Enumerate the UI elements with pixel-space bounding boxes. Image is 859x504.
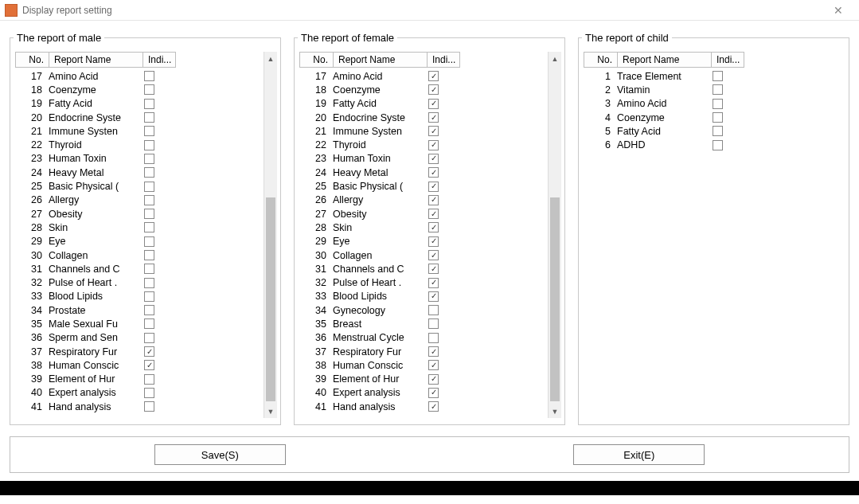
table-row[interactable]: 30Collagen✓ <box>299 248 548 262</box>
exit-button[interactable]: Exit(E) <box>573 444 705 465</box>
indicator-checkbox[interactable] <box>144 264 154 274</box>
save-button[interactable]: Save(S) <box>154 444 286 465</box>
indicator-checkbox[interactable] <box>144 99 154 109</box>
table-row[interactable]: 33Blood Lipids✓ <box>299 290 548 303</box>
indicator-checkbox[interactable] <box>144 250 154 260</box>
table-row[interactable]: 37Respiratory Fur✓ <box>299 345 548 358</box>
scroll-up-icon[interactable]: ▲ <box>264 52 277 65</box>
table-row[interactable]: 35Male Sexual Fu <box>15 317 264 330</box>
table-row[interactable]: 26Allergy <box>15 193 264 207</box>
table-row[interactable]: 27Obesity✓ <box>299 207 548 221</box>
scroll-down-icon[interactable]: ▼ <box>264 404 277 418</box>
table-row[interactable]: 27Obesity <box>15 207 264 221</box>
table-row[interactable]: 38Human Conscic✓ <box>15 358 264 372</box>
indicator-checkbox[interactable] <box>144 291 154 302</box>
indicator-checkbox[interactable]: ✓ <box>428 374 439 385</box>
col-no[interactable]: No. <box>15 52 49 68</box>
table-row[interactable]: 22Thyroid <box>15 138 264 151</box>
indicator-checkbox[interactable]: ✓ <box>428 99 439 109</box>
table-row[interactable]: 33Blood Lipids <box>15 290 264 303</box>
indicator-checkbox[interactable]: ✓ <box>428 360 439 370</box>
table-row[interactable]: 6ADHD <box>584 138 845 151</box>
indicator-checkbox[interactable]: ✓ <box>428 140 439 150</box>
indicator-checkbox[interactable]: ✓ <box>428 346 439 357</box>
table-row[interactable]: 34Gynecology <box>299 303 548 317</box>
col-name[interactable]: Report Name <box>333 52 427 68</box>
indicator-checkbox[interactable]: ✓ <box>428 236 439 247</box>
scrollbar-female[interactable]: ▲ ▼ <box>548 52 561 418</box>
indicator-checkbox[interactable] <box>428 305 439 315</box>
indicator-checkbox[interactable] <box>144 84 154 95</box>
table-row[interactable]: 17Amino Acid✓ <box>299 69 548 83</box>
indicator-checkbox[interactable] <box>144 222 154 232</box>
table-row[interactable]: 21Immune Systen <box>15 124 264 138</box>
table-row[interactable]: 22Thyroid✓ <box>299 138 548 151</box>
indicator-checkbox[interactable] <box>428 333 439 343</box>
indicator-checkbox[interactable] <box>428 318 439 329</box>
indicator-checkbox[interactable] <box>144 209 154 219</box>
indicator-checkbox[interactable] <box>713 84 723 95</box>
indicator-checkbox[interactable]: ✓ <box>428 222 439 232</box>
col-indi[interactable]: Indi... <box>143 52 176 68</box>
scrollbar-track[interactable] <box>264 65 277 404</box>
indicator-checkbox[interactable] <box>144 278 154 288</box>
table-row[interactable]: 19Fatty Acid <box>15 97 264 111</box>
indicator-checkbox[interactable] <box>144 401 154 412</box>
table-row[interactable]: 5Fatty Acid <box>584 124 845 138</box>
indicator-checkbox[interactable]: ✓ <box>428 71 439 81</box>
table-row[interactable]: 40Expert analysis✓ <box>299 386 548 400</box>
table-row[interactable]: 32Pulse of Heart . <box>15 275 264 289</box>
indicator-checkbox[interactable] <box>713 126 723 136</box>
scrollbar-thumb[interactable] <box>266 197 275 401</box>
scrollbar-thumb[interactable] <box>550 197 560 401</box>
indicator-checkbox[interactable] <box>144 126 154 136</box>
table-row[interactable]: 29Eye <box>15 235 264 248</box>
table-row[interactable]: 2Vitamin <box>584 83 845 96</box>
indicator-checkbox[interactable] <box>144 236 154 247</box>
table-row[interactable]: 39Element of Hur✓ <box>299 373 548 386</box>
scrollbar-male[interactable]: ▲ ▼ <box>264 52 277 418</box>
table-row[interactable]: 37Respiratory Fur✓ <box>15 345 264 358</box>
table-row[interactable]: 38Human Conscic✓ <box>299 358 548 372</box>
indicator-checkbox[interactable] <box>144 71 154 81</box>
table-row[interactable]: 21Immune Systen✓ <box>299 124 548 138</box>
indicator-checkbox[interactable]: ✓ <box>428 209 439 219</box>
close-button[interactable]: ✕ <box>822 0 854 20</box>
table-row[interactable]: 1Trace Element <box>584 69 845 83</box>
table-row[interactable]: 18Coenzyme✓ <box>299 83 548 96</box>
table-row[interactable]: 31Channels and C <box>15 262 264 275</box>
indicator-checkbox[interactable]: ✓ <box>144 360 154 370</box>
indicator-checkbox[interactable] <box>144 388 154 398</box>
col-no[interactable]: No. <box>584 52 617 68</box>
col-no[interactable]: No. <box>299 52 333 68</box>
indicator-checkbox[interactable]: ✓ <box>428 401 439 412</box>
table-row[interactable]: 4Coenzyme <box>584 111 845 124</box>
table-row[interactable]: 40Expert analysis <box>15 386 264 400</box>
scrollbar-track[interactable] <box>549 65 561 404</box>
indicator-checkbox[interactable] <box>144 140 154 150</box>
table-row[interactable]: 25Basic Physical (✓ <box>299 179 548 193</box>
table-row[interactable]: 41Hand analysis✓ <box>299 400 548 413</box>
indicator-checkbox[interactable]: ✓ <box>428 167 439 178</box>
table-row[interactable]: 36Sperm and Sen <box>15 331 264 345</box>
table-row[interactable]: 20Endocrine Syste✓ <box>299 111 548 124</box>
indicator-checkbox[interactable]: ✓ <box>428 84 439 95</box>
indicator-checkbox[interactable] <box>144 305 154 315</box>
indicator-checkbox[interactable] <box>144 318 154 329</box>
col-name[interactable]: Report Name <box>49 52 143 68</box>
table-row[interactable]: 39Element of Hur <box>15 373 264 386</box>
table-row[interactable]: 41Hand analysis <box>15 400 264 413</box>
indicator-checkbox[interactable] <box>144 112 154 123</box>
indicator-checkbox[interactable]: ✓ <box>428 291 439 302</box>
indicator-checkbox[interactable]: ✓ <box>144 346 154 357</box>
col-indi[interactable]: Indi... <box>427 52 460 68</box>
indicator-checkbox[interactable]: ✓ <box>428 154 439 164</box>
table-row[interactable]: 36Menstrual Cycle <box>299 331 548 345</box>
table-row[interactable]: 31Channels and C✓ <box>299 262 548 275</box>
scroll-up-icon[interactable]: ▲ <box>549 52 561 65</box>
indicator-checkbox[interactable]: ✓ <box>428 182 439 192</box>
indicator-checkbox[interactable]: ✓ <box>428 126 439 136</box>
indicator-checkbox[interactable] <box>144 182 154 192</box>
table-row[interactable]: 30Collagen <box>15 248 264 262</box>
table-row[interactable]: 3Amino Acid <box>584 97 845 111</box>
